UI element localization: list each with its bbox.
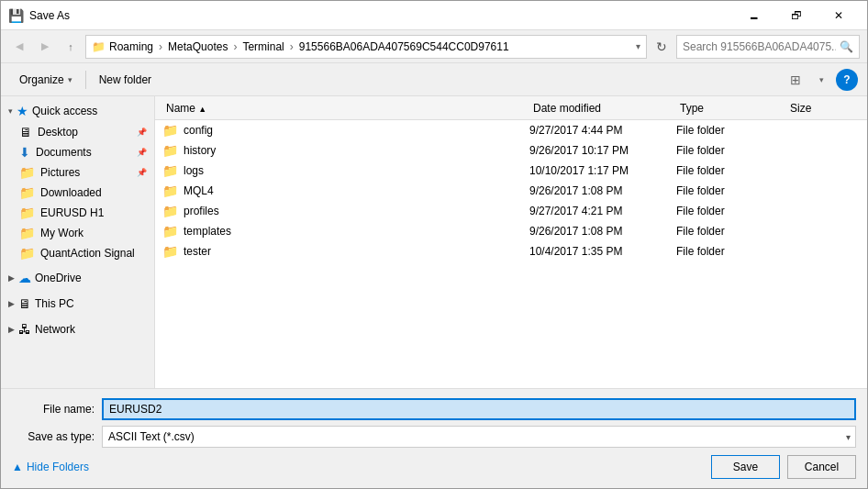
- breadcrumb-current: 915566BA06ADA407569C544CC0D97611: [299, 40, 509, 53]
- sidebar-item-quantaction-label: QuantAction Signal: [40, 247, 147, 260]
- forward-button[interactable]: ▶: [34, 36, 56, 58]
- up-button[interactable]: ↑: [60, 36, 82, 58]
- sidebar-item-quantaction[interactable]: 📁 QuantAction Signal: [1, 243, 154, 263]
- title-bar-controls: 🗕 🗗 ✕: [733, 1, 860, 30]
- folder-icon: 📁: [162, 123, 178, 138]
- quick-access-header[interactable]: ▾ ★ Quick access: [1, 100, 154, 122]
- folder-icon: 📁: [162, 224, 178, 239]
- hide-folders-label: Hide Folders: [27, 461, 89, 473]
- button-group: Save Cancel: [711, 455, 856, 479]
- sidebar-item-pictures-label: Pictures: [40, 166, 131, 179]
- filetype-select-wrapper: ASCII Text (*.csv) All Files (*.*) ▾: [102, 426, 856, 448]
- thispc-header[interactable]: ▶ 🖥 This PC: [1, 293, 154, 315]
- sidebar-item-mywork-label: My Work: [40, 227, 147, 239]
- file-date: 10/10/2017 1:17 PM: [529, 164, 676, 177]
- main-content: ▾ ★ Quick access 🖥 Desktop 📌 ⬇ Documents…: [1, 96, 867, 388]
- save-button-label: Save: [733, 461, 758, 473]
- file-type: File folder: [676, 144, 786, 157]
- address-icon: 📁: [92, 40, 106, 53]
- sidebar-item-documents[interactable]: ⬇ Documents 📌: [1, 142, 154, 162]
- address-bar[interactable]: 📁 Roaming › MetaQuotes › Terminal › 9155…: [85, 35, 647, 59]
- address-dropdown-arrow[interactable]: ▾: [636, 41, 640, 51]
- folder-icon: 📁: [162, 143, 178, 158]
- desktop-pin-icon: 📌: [137, 128, 147, 137]
- table-row[interactable]: 📁 history 9/26/2017 10:17 PM File folder: [155, 140, 867, 161]
- file-name-text: config: [184, 124, 213, 137]
- network-icon: 🖧: [18, 322, 31, 337]
- maximize-button[interactable]: 🗗: [775, 1, 818, 30]
- table-row[interactable]: 📁 config 9/27/2017 4:44 PM File folder: [155, 120, 867, 140]
- new-folder-button[interactable]: New folder: [90, 68, 161, 92]
- save-as-dialog: 💾 Save As 🗕 🗗 ✕ ◀ ▶ ↑ 📁 Roaming › MetaQu…: [0, 0, 868, 489]
- pictures-folder-icon: 📁: [19, 165, 35, 180]
- table-row[interactable]: 📁 tester 10/4/2017 1:35 PM File folder: [155, 241, 867, 261]
- sidebar-item-downloaded[interactable]: 📁 Downloaded: [1, 183, 154, 203]
- back-button[interactable]: ◀: [8, 36, 30, 58]
- onedrive-section: ▶ ☁ OneDrive: [1, 267, 154, 289]
- desktop-folder-icon: 🖥: [19, 125, 32, 139]
- file-date: 9/26/2017 10:17 PM: [529, 144, 676, 157]
- cancel-button-label: Cancel: [805, 461, 839, 473]
- file-date: 10/4/2017 1:35 PM: [529, 245, 676, 258]
- breadcrumb-terminal[interactable]: Terminal: [242, 40, 284, 53]
- folder-icon: 📁: [162, 204, 178, 218]
- column-header-type[interactable]: Type: [676, 102, 786, 115]
- quick-access-icon: ★: [17, 104, 28, 118]
- view-button[interactable]: ⊞: [785, 69, 807, 91]
- sidebar: ▾ ★ Quick access 🖥 Desktop 📌 ⬇ Documents…: [1, 96, 155, 388]
- help-button[interactable]: ?: [836, 69, 858, 91]
- sidebar-item-mywork[interactable]: 📁 My Work: [1, 223, 154, 243]
- sidebar-item-desktop-label: Desktop: [38, 126, 131, 139]
- file-name-text: logs: [184, 164, 204, 177]
- eurusd-folder-icon: 📁: [19, 206, 35, 220]
- mywork-folder-icon: 📁: [19, 226, 35, 240]
- save-button[interactable]: Save: [711, 455, 780, 479]
- column-header-size[interactable]: Size: [786, 102, 860, 115]
- quantaction-folder-icon: 📁: [19, 246, 35, 261]
- sort-arrow-name: ▲: [198, 105, 206, 114]
- table-row[interactable]: 📁 logs 10/10/2017 1:17 PM File folder: [155, 161, 867, 181]
- title-bar: 💾 Save As 🗕 🗗 ✕: [1, 1, 867, 30]
- view-dropdown-button[interactable]: ▾: [810, 69, 832, 91]
- network-label: Network: [35, 323, 75, 336]
- organize-label: Organize: [19, 73, 64, 86]
- sidebar-item-eurusd[interactable]: 📁 EURUSD H1: [1, 203, 154, 223]
- breadcrumb-metaquotes[interactable]: MetaQuotes: [168, 40, 228, 53]
- file-name-text: profiles: [184, 205, 219, 217]
- close-button[interactable]: ✕: [818, 1, 860, 30]
- filetype-label: Save as type:: [12, 430, 95, 443]
- refresh-button[interactable]: ↻: [651, 36, 673, 58]
- cancel-button[interactable]: Cancel: [787, 455, 856, 479]
- organize-button[interactable]: Organize ▾: [10, 68, 82, 92]
- file-type: File folder: [676, 245, 786, 258]
- onedrive-chevron: ▶: [8, 273, 15, 283]
- toolbar: ◀ ▶ ↑ 📁 Roaming › MetaQuotes › Terminal …: [1, 30, 867, 63]
- sidebar-item-pictures[interactable]: 📁 Pictures 📌: [1, 162, 154, 183]
- table-row[interactable]: 📁 profiles 9/27/2017 4:21 PM File folder: [155, 201, 867, 221]
- column-header-date[interactable]: Date modified: [529, 102, 676, 115]
- documents-folder-icon: ⬇: [19, 145, 30, 160]
- filename-row: File name:: [12, 398, 856, 420]
- sidebar-item-downloaded-label: Downloaded: [40, 186, 147, 199]
- action-row: ▲ Hide Folders Save Cancel: [12, 455, 856, 479]
- file-date: 9/27/2017 4:21 PM: [529, 205, 676, 217]
- onedrive-header[interactable]: ▶ ☁ OneDrive: [1, 267, 154, 289]
- filetype-select[interactable]: ASCII Text (*.csv) All Files (*.*): [102, 426, 856, 448]
- sidebar-item-desktop[interactable]: 🖥 Desktop 📌: [1, 122, 154, 142]
- file-type: File folder: [676, 205, 786, 217]
- search-input[interactable]: [683, 40, 836, 53]
- thispc-section: ▶ 🖥 This PC: [1, 293, 154, 315]
- minimize-button[interactable]: 🗕: [733, 1, 775, 30]
- filename-input[interactable]: [102, 398, 856, 420]
- network-header[interactable]: ▶ 🖧 Network: [1, 318, 154, 340]
- table-row[interactable]: 📁 templates 9/26/2017 1:08 PM File folde…: [155, 221, 867, 241]
- new-folder-label: New folder: [99, 73, 151, 86]
- pictures-pin-icon: 📌: [137, 168, 147, 177]
- hide-folders-toggle[interactable]: ▲ Hide Folders: [12, 461, 89, 473]
- file-name-text: templates: [184, 225, 231, 238]
- breadcrumb-roaming[interactable]: Roaming: [109, 40, 153, 53]
- table-row[interactable]: 📁 MQL4 9/26/2017 1:08 PM File folder: [155, 181, 867, 201]
- column-header-name[interactable]: Name ▲: [162, 102, 529, 115]
- title-bar-text: Save As: [29, 9, 733, 22]
- quick-access-section: ▾ ★ Quick access 🖥 Desktop 📌 ⬇ Documents…: [1, 100, 154, 263]
